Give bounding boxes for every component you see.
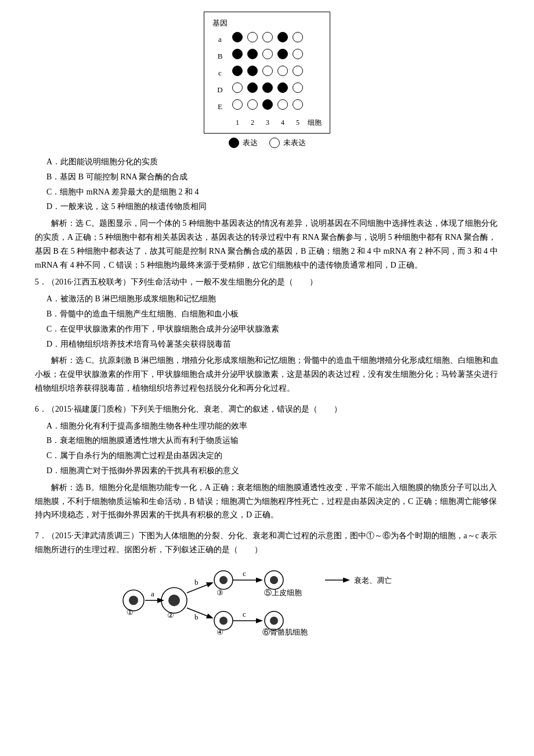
q5-option-c: C．在促甲状腺激素的作用下，甲状腺细胞合成并分泌甲状腺激素 <box>46 322 499 336</box>
q5-option-d: D．用植物组织培养技术培育马铃薯茎尖获得脱毒苗 <box>46 337 499 351</box>
svg-line-10 <box>187 608 212 618</box>
cell-e3 <box>262 99 273 110</box>
svg-line-8 <box>187 583 212 593</box>
svg-text:⑤上皮细胞: ⑤上皮细胞 <box>264 588 302 597</box>
q5-title: 5．（2016·江西五校联考）下列生命活动中，一般不发生细胞分化的是（ ） <box>35 275 499 289</box>
svg-text:b: b <box>194 613 199 621</box>
q5-option-a: A．被激活的 B 淋巴细胞形成浆细胞和记忆细胞 <box>46 292 499 306</box>
q4-option-c: C．细胞中 mRNA 差异最大的是细胞 2 和 4 <box>46 185 499 199</box>
cell-diagram-wrapper: ① a ② b b ③ <box>35 563 499 638</box>
q4-option-d: D．一般来说，这 5 种细胞的核遗传物质相同 <box>46 200 499 214</box>
legend-row: 表达 未表达 <box>229 136 306 149</box>
q4-explanation: 解析：选 C。题图显示，同一个体的 5 种细胞中基因表达的情况有差异，说明基因在… <box>35 217 499 272</box>
q6-option-c: C．属于自杀行为的细胞凋亡过程是由基因决定的 <box>46 449 499 463</box>
q6-option-a: A．细胞分化有利于提高多细胞生物各种生理功能的效率 <box>46 419 499 433</box>
cell-e1 <box>232 99 243 110</box>
svg-text:c: c <box>243 610 246 618</box>
cell-b5 <box>293 49 303 59</box>
cell-b4 <box>277 49 288 59</box>
svg-text:c: c <box>243 569 246 578</box>
cell-a4 <box>277 32 288 42</box>
q6-options: A．细胞分化有利于提高多细胞生物各种生理功能的效率 B．衰老细胞的细胞膜通透性增… <box>46 419 499 478</box>
cell-diagram-svg: ① a ② b b ③ <box>104 563 430 638</box>
svg-text:②: ② <box>167 611 174 620</box>
q5-explanation: 解析：选 C。抗原刺激 B 淋巴细胞，增殖分化形成浆细胞和记忆细胞；骨髓中的造血… <box>35 354 499 395</box>
cell-b1 <box>232 49 243 59</box>
q4-options: A．此图能说明细胞分化的实质 B．基因 B 可能控制 RNA 聚合酶的合成 C．… <box>46 155 499 214</box>
legend-filled-icon <box>229 138 239 148</box>
cell-c1 <box>232 66 243 76</box>
svg-point-6 <box>168 595 180 606</box>
q6-block: 6．（2015·福建厦门质检）下列关于细胞分化、衰老、凋亡的叙述，错误的是（ ）… <box>35 402 499 522</box>
q6-option-b: B．衰老细胞的细胞膜通透性增大从而有利于物质运输 <box>46 434 499 448</box>
cell-e5 <box>293 99 303 110</box>
cell-d2 <box>247 82 258 93</box>
cell-a1 <box>232 32 243 42</box>
svg-point-13 <box>219 576 228 584</box>
gene-table-wrapper: 基因 a B <box>35 12 499 149</box>
legend-empty-icon <box>269 138 280 148</box>
table-title: 基因 <box>212 19 228 27</box>
cell-d3 <box>262 82 273 93</box>
q7-title: 7．（2015·天津武清质调三）下图为人体细胞的分裂、分化、衰老和凋亡过程的示意… <box>35 529 499 557</box>
svg-point-16 <box>219 617 228 625</box>
cell-c5 <box>293 66 303 76</box>
svg-text:a: a <box>151 589 154 598</box>
cell-d5 <box>293 82 303 93</box>
cell-e2 <box>247 99 258 110</box>
cell-a3 <box>262 32 273 42</box>
cell-c4 <box>277 66 288 76</box>
legend-filled: 表达 <box>229 136 258 149</box>
q5-option-b: B．骨髓中的造血干细胞产生红细胞、白细胞和血小板 <box>46 307 499 321</box>
legend-filled-label: 表达 <box>243 136 258 149</box>
cell-b3 <box>262 49 273 59</box>
q6-title: 6．（2015·福建厦门质检）下列关于细胞分化、衰老、凋亡的叙述，错误的是（ ） <box>35 402 499 416</box>
q7-block: 7．（2015·天津武清质调三）下图为人体细胞的分裂、分化、衰老和凋亡过程的示意… <box>35 529 499 638</box>
q4-option-b: B．基因 B 可能控制 RNA 聚合酶的合成 <box>46 170 499 184</box>
svg-text:⑥骨骼肌细胞: ⑥骨骼肌细胞 <box>262 628 308 636</box>
svg-point-26 <box>270 617 278 625</box>
cell-d4 <box>277 82 288 93</box>
svg-text:b: b <box>194 578 199 586</box>
cell-c3 <box>262 66 273 76</box>
cell-c2 <box>247 66 258 76</box>
svg-text:①: ① <box>127 608 134 617</box>
cell-b2 <box>247 49 258 59</box>
page-content: 基因 a B <box>35 12 499 638</box>
svg-text:④: ④ <box>217 628 223 636</box>
cell-d1 <box>232 82 243 93</box>
q4-option-a: A．此图能说明细胞分化的实质 <box>46 155 499 169</box>
legend-empty: 未表达 <box>269 136 306 149</box>
q6-explanation: 解析：选 B。细胞分化是细胞功能专一化，A 正确；衰老细胞的细胞膜通透性改变，平… <box>35 481 499 522</box>
q5-options: A．被激活的 B 淋巴细胞形成浆细胞和记忆细胞 B．骨髓中的造血干细胞产生红细胞… <box>46 292 499 351</box>
gene-table: 基因 a B <box>204 12 330 134</box>
legend-empty-label: 未表达 <box>283 136 306 149</box>
svg-text:衰老、凋亡: 衰老、凋亡 <box>354 576 392 585</box>
svg-point-23 <box>270 576 278 584</box>
q6-option-d: D．细胞凋亡对于抵御外界因素的干扰具有积极的意义 <box>46 464 499 478</box>
cell-a5 <box>293 32 303 42</box>
q5-block: 5．（2016·江西五校联考）下列生命活动中，一般不发生细胞分化的是（ ） A．… <box>35 275 499 395</box>
svg-text:③: ③ <box>217 588 223 597</box>
cell-a2 <box>247 32 258 42</box>
svg-point-1 <box>129 596 138 605</box>
cell-e4 <box>277 99 288 110</box>
